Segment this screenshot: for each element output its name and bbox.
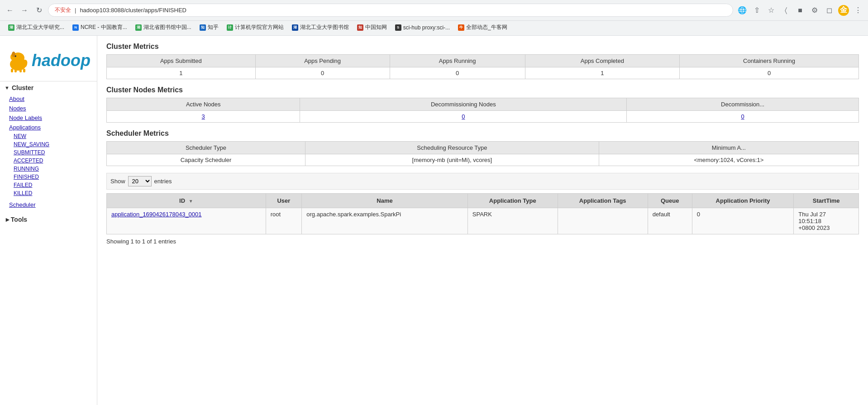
applications-table: ID ▼ User Name Application Type Applicat… xyxy=(106,193,859,234)
bookmark-item[interactable]: S sci-hub proxy:sci-... xyxy=(391,23,453,32)
bookmark-item[interactable]: N NCRE - 中国教育... xyxy=(69,22,131,33)
td-id: application_1690426178043_0001 xyxy=(107,208,266,234)
bookmark-item[interactable]: 湖 湖北工业大学图书馆 xyxy=(288,22,353,33)
bookmark-favicon: 湖 xyxy=(135,24,142,31)
back-button[interactable]: ← xyxy=(5,5,15,16)
sidebar-item-new[interactable]: NEW xyxy=(0,132,97,140)
svg-rect-5 xyxy=(11,69,13,72)
val-apps-running: 0 xyxy=(390,67,525,79)
cluster-nodes-title: Cluster Nodes Metrics xyxy=(106,86,859,94)
td-priority: 0 xyxy=(692,208,794,234)
hadoop-elephant-icon xyxy=(5,47,32,74)
col-decommissioning-nodes: Decommissioning Nodes xyxy=(300,98,627,111)
th-app-type: Application Type xyxy=(467,194,558,208)
col-minimum-allocation: Minimum A... xyxy=(599,142,858,154)
sidebar-item-running[interactable]: RUNNING xyxy=(0,165,97,173)
svg-rect-6 xyxy=(14,70,17,72)
profile-button[interactable]: 金 xyxy=(838,5,849,16)
address-bar[interactable]: 不安全 | hadoop103:8088/cluster/apps/FINISH… xyxy=(48,4,733,17)
bookmark-item[interactable]: 知 中国知网 xyxy=(353,22,391,33)
application-link[interactable]: application_1690426178043_0001 xyxy=(111,211,202,218)
cluster-nodes-table: Active Nodes Decommissioning Nodes Decom… xyxy=(106,98,859,123)
td-type: SPARK xyxy=(467,208,558,234)
sidebar-item-about[interactable]: About xyxy=(0,94,97,104)
cluster-metrics-title: Cluster Metrics xyxy=(106,43,859,51)
hadoop-logo: hadoop xyxy=(5,47,92,74)
td-queue: default xyxy=(648,208,692,234)
sidebar-cluster-label: Cluster xyxy=(12,84,33,91)
sidebar-item-failed[interactable]: FAILED xyxy=(0,181,97,189)
sidebar-tools-header[interactable]: ► Tools xyxy=(0,213,97,226)
sidebar-item-accepted[interactable]: ACCEPTED xyxy=(0,157,97,165)
decommissioning-link[interactable]: 0 xyxy=(462,113,465,120)
sidebar-item-new-saving[interactable]: NEW_SAVING xyxy=(0,140,97,148)
tools-arrow-icon: ► xyxy=(5,216,11,223)
bookmark-favicon: 知 xyxy=(357,24,363,31)
sidebar-item-scheduler[interactable]: Scheduler xyxy=(0,200,97,210)
bookmark-favicon: 计 xyxy=(227,24,233,31)
sidebar-item-submitted[interactable]: SUBMITTED xyxy=(0,148,97,157)
th-app-tags: Application Tags xyxy=(558,194,648,208)
bookmark-item[interactable]: 计 计算机学院官方网站 xyxy=(223,22,287,33)
val-active-nodes: 3 xyxy=(107,111,300,123)
val-scheduling-resource: [memory-mb (unit=Mi), vcores] xyxy=(305,154,599,166)
bookmark-favicon: 知 xyxy=(200,24,206,31)
sidebar-item-finished[interactable]: FINISHED xyxy=(0,173,97,181)
show-entries-bar: Show 10 20 50 100 entries xyxy=(106,173,859,190)
entries-suffix: entries xyxy=(154,178,172,185)
insecure-label: 不安全 xyxy=(55,6,71,14)
translate-button[interactable]: 🌐 xyxy=(737,5,748,16)
col-apps-submitted: Apps Submitted xyxy=(107,55,256,67)
bookmark-label: 全部动态_牛客网 xyxy=(466,24,507,31)
forward-button[interactable]: → xyxy=(19,5,30,16)
bookmarks-bar: 湖 湖北工业大学研究... N NCRE - 中国教育... 湖 湖北省图书馆中… xyxy=(0,20,868,35)
sidebar: hadoop ▼ Cluster About Nodes Node Labels… xyxy=(0,36,97,405)
val-minimum-allocation: <memory:1024, vCores:1> xyxy=(599,154,858,166)
logo-area: hadoop xyxy=(0,40,97,81)
col-containers-running: Containers Running xyxy=(679,55,858,67)
extensions-button[interactable]: ⚙ xyxy=(809,5,820,16)
sidebar-cluster-header[interactable]: ▼ Cluster xyxy=(0,81,97,94)
sidebar-tools-label: Tools xyxy=(11,216,27,223)
sidebar-item-killed[interactable]: KILLED xyxy=(0,189,97,197)
bookmark-item[interactable]: 牛 全部动态_牛客网 xyxy=(454,22,511,33)
bookmark-label: 湖北工业大学研究... xyxy=(16,24,64,31)
bookmark-favicon: 牛 xyxy=(458,24,464,31)
separator: | xyxy=(75,7,76,14)
bookmark-label: sci-hub proxy:sci-... xyxy=(403,24,450,31)
scheduler-metrics-title: Scheduler Metrics xyxy=(106,129,859,138)
cluster-metrics-table: Apps Submitted Apps Pending Apps Running… xyxy=(106,54,859,79)
td-start-time: Thu Jul 27 10:51:18 +0800 2023 xyxy=(794,208,859,234)
th-app-priority: Application Priority xyxy=(692,194,794,208)
bookmark-favicon: 湖 xyxy=(292,24,298,31)
th-id[interactable]: ID ▼ xyxy=(107,194,266,208)
bookmark-label: NCRE - 中国教育... xyxy=(81,24,127,31)
reload-button[interactable]: ↻ xyxy=(33,5,44,16)
back-forward-list[interactable]: 〈 xyxy=(780,5,791,16)
bookmark-item[interactable]: 知 知乎 xyxy=(196,22,222,33)
val-containers-running: 0 xyxy=(679,67,858,79)
td-name: org.apache.spark.examples.SparkPi xyxy=(302,208,468,234)
url-text: hadoop103:8088/cluster/apps/FINISHED xyxy=(80,7,186,14)
cluster-arrow-icon: ▼ xyxy=(5,85,10,91)
sidebar-item-node-labels[interactable]: Node Labels xyxy=(0,113,97,123)
main-content: Cluster Metrics Apps Submitted Apps Pend… xyxy=(97,36,868,405)
window-button[interactable]: ◻ xyxy=(824,5,835,16)
entries-select[interactable]: 10 20 50 100 xyxy=(128,176,152,186)
th-start-time: StartTime xyxy=(794,194,859,208)
table-row: application_1690426178043_0001 root org.… xyxy=(107,208,859,234)
col-apps-pending: Apps Pending xyxy=(255,55,390,67)
show-label: Show xyxy=(110,178,125,185)
share-button[interactable]: ⇧ xyxy=(751,5,762,16)
svg-point-9 xyxy=(12,52,15,57)
active-nodes-link[interactable]: 3 xyxy=(202,113,205,120)
bookmark-item[interactable]: 湖 湖北省图书馆中国... xyxy=(132,22,195,33)
decommissioned-link[interactable]: 0 xyxy=(741,113,744,120)
sidebar-item-applications[interactable]: Applications xyxy=(0,123,97,132)
menu-button[interactable]: ⋮ xyxy=(853,5,863,16)
sidebar-item-nodes[interactable]: Nodes xyxy=(0,104,97,113)
bookmark-item[interactable]: 湖 湖北工业大学研究... xyxy=(5,22,68,33)
cast-button[interactable]: ■ xyxy=(795,5,806,16)
th-id-label: ID xyxy=(179,197,185,204)
bookmark-button[interactable]: ☆ xyxy=(766,5,777,16)
